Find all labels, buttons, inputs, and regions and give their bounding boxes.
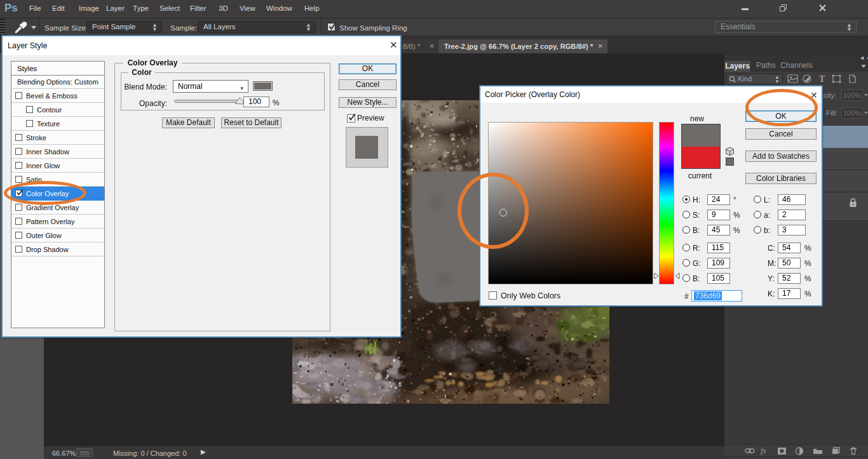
svg-text:T: T (819, 74, 825, 84)
svg-text:fx: fx (761, 446, 766, 455)
